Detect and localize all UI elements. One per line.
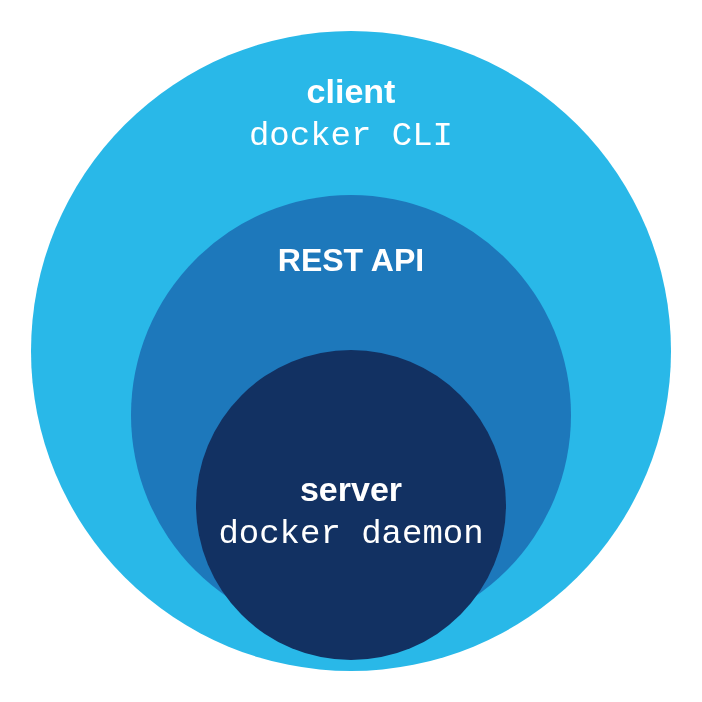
middle-title: REST API: [0, 240, 702, 280]
inner-subtitle: docker daemon: [0, 513, 702, 556]
outer-title: client: [0, 70, 702, 113]
outer-subtitle: docker CLI: [0, 115, 702, 158]
docker-engine-diagram: client docker CLI REST API server docker…: [0, 0, 702, 702]
inner-title: server: [0, 468, 702, 511]
inner-label: server docker daemon: [0, 468, 702, 555]
outer-label: client docker CLI: [0, 70, 702, 157]
middle-label: REST API: [0, 240, 702, 280]
